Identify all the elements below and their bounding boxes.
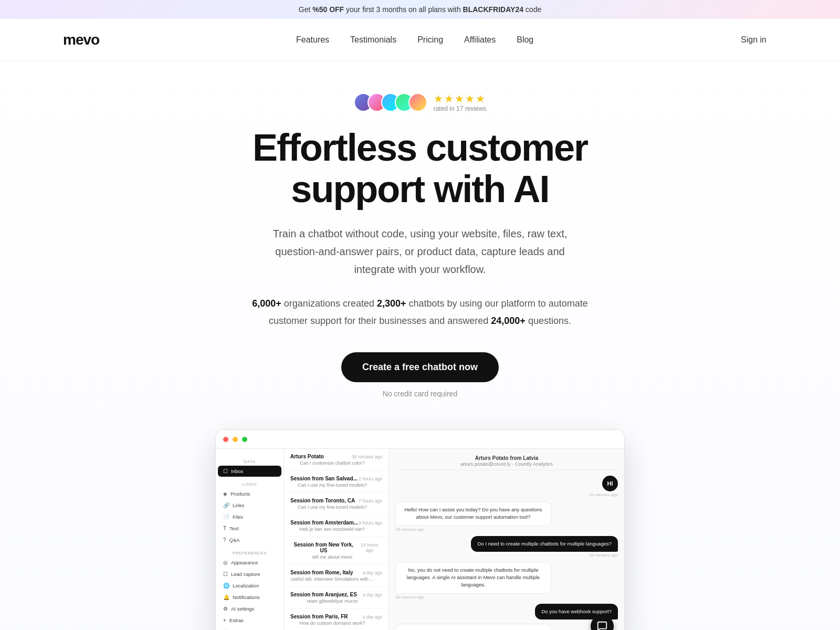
hero-stats: 6,000+ organizations created 2,300+ chat… xyxy=(252,295,588,329)
inbox-time: a day ago xyxy=(363,570,382,575)
inbox-preview: Can I use my fine-tuned models? xyxy=(290,482,374,488)
sidebar-item-inbox[interactable]: ☐ Inbox xyxy=(218,466,281,477)
chat-bubble-user: Do I need to create multiple chatbots fo… xyxy=(471,536,618,552)
inbox-item-header: Arturs Potato 38 minutes ago xyxy=(290,454,382,459)
inbox-item-header: Session from Aranjuez, ES a day ago xyxy=(290,592,382,597)
inbox-time: a day ago xyxy=(363,592,382,597)
inbox-item-header: Session from Toronto, CA 7 hours ago xyxy=(290,498,382,503)
nav-features[interactable]: Features xyxy=(296,35,329,45)
sidebar-item-extras[interactable]: + Extras xyxy=(218,615,281,626)
logo[interactable]: mevo xyxy=(63,32,99,48)
sidebar-section-data: DATA xyxy=(216,457,284,465)
inbox-item[interactable]: Session from Rome, Italy a day ago usefu… xyxy=(284,565,388,587)
chat-time: 38 minutes ago xyxy=(395,595,424,600)
sidebar-item-text[interactable]: T Text xyxy=(218,523,281,534)
sidebar-item-notifications[interactable]: 🔔 Notifications xyxy=(218,592,281,603)
sidebar-products-label: Products xyxy=(230,491,250,497)
inbox-preview: How do custom domains work? xyxy=(290,621,374,626)
hero-section: ★★★★★ rated in 17 reviews Effortless cus… xyxy=(0,61,840,630)
inbox-item[interactable]: Session from Paris, FR a day ago How do … xyxy=(284,609,388,630)
chat-time: 39 minutes ago xyxy=(589,492,618,497)
cta-button[interactable]: Create a free chatbot now xyxy=(341,352,499,382)
inbox-item[interactable]: Session from San Salvad... 2 hours ago C… xyxy=(284,471,388,493)
header: mevo Features Testimonials Pricing Affil… xyxy=(0,19,840,61)
sidebar-extras-label: Extras xyxy=(229,617,244,623)
inbox-sender-name: Session from Rome, Italy xyxy=(290,570,353,575)
sidebar-ai-settings-label: AI settings xyxy=(231,606,254,612)
inbox-time: 2 hours ago xyxy=(359,476,382,481)
chat-time: 38 minutes ago xyxy=(589,553,618,558)
inbox-sender-name: Session from Toronto, CA xyxy=(290,498,355,503)
sidebar-item-appearance[interactable]: ◎ Appearance xyxy=(218,557,281,568)
chat-bot-msg-3: Yes, Mevo does support webhooks. You can… xyxy=(395,624,618,630)
star-rating: ★★★★★ rated in 17 reviews xyxy=(434,92,487,112)
sidebar-files-label: Files xyxy=(233,514,243,520)
inbox-item[interactable]: Session from Amsterdam... 9 hours ago He… xyxy=(284,515,388,537)
chat-bubble-bot: Hello! How can I assist you today? Do yo… xyxy=(395,501,551,526)
sidebar-localization-label: Localization xyxy=(233,583,259,589)
sidebar-item-files[interactable]: 📄 Files xyxy=(218,511,281,522)
rating-count: rated in 17 reviews xyxy=(434,105,487,112)
qa-icon: ? xyxy=(223,537,226,543)
chat-area: Arturs Potato from Latvia arturs.potato@… xyxy=(389,449,624,630)
nav-pricing[interactable]: Pricing xyxy=(417,35,443,45)
extras-icon: + xyxy=(223,617,226,623)
announcement-prefix: Get xyxy=(299,5,312,14)
hero-heading: Effortless customer support with AI xyxy=(253,127,587,210)
ai-settings-icon: ⚙ xyxy=(223,606,228,612)
inbox-item-header: Session from Rome, Italy a day ago xyxy=(290,570,382,575)
inbox-item-header: Session from Amsterdam... 9 hours ago xyxy=(290,520,382,526)
chat-bubble-bot: Yes, Mevo does support webhooks. You can… xyxy=(395,624,551,630)
no-cc-text: No credit card required xyxy=(383,390,457,398)
sidebar-item-products[interactable]: ◈ Products xyxy=(218,488,281,499)
inbox-sender-name: Arturs Potato xyxy=(290,454,324,459)
chat-user-msg-2: Do you have webhook support? xyxy=(395,604,618,620)
inbox-item[interactable]: Session from Toronto, CA 7 hours ago Can… xyxy=(284,493,388,515)
window-minimize-dot xyxy=(233,437,238,442)
hero-heading-line2: support with AI xyxy=(291,168,549,210)
social-proof-row: ★★★★★ rated in 17 reviews xyxy=(354,92,487,112)
sidebar-item-links[interactable]: 🔗 Links xyxy=(218,500,281,511)
hero-subtext: Train a chatbot without code, using your… xyxy=(257,225,583,278)
sidebar-item-seo[interactable]: 📊 SEO xyxy=(218,626,281,630)
chat-bubble-bot: No, you do not need to create multiple c… xyxy=(395,562,551,594)
chat-contact-email: arturs.potato@count.ly · Countly Analyti… xyxy=(460,461,553,467)
sidebar-item-lead-capture[interactable]: ☐ Lead capture xyxy=(218,569,281,580)
stat-orgs: 6,000+ xyxy=(252,298,281,309)
dashboard-body: DATA ☐ Inbox LOGIC ◈ Products 🔗 Links 📄 … xyxy=(216,449,624,630)
inbox-item-header: Session from San Salvad... 2 hours ago xyxy=(290,476,382,481)
hero-heading-line1: Effortless customer xyxy=(253,127,587,169)
sidebar-item-ai-settings[interactable]: ⚙ AI settings xyxy=(218,603,281,614)
inbox-sender-name: Session from New York, US xyxy=(290,542,357,553)
nav-testimonials[interactable]: Testimonials xyxy=(350,35,396,45)
inbox-item[interactable]: Arturs Potato 38 minutes ago Can I custo… xyxy=(284,449,388,471)
chat-messages: HI 39 minutes ago Hello! How can I assis… xyxy=(395,476,618,630)
sidebar-lead-capture-label: Lead capture xyxy=(231,571,260,577)
inbox-icon: ☐ xyxy=(223,468,228,474)
nav-blog[interactable]: Blog xyxy=(517,35,533,45)
sidebar-section-logic: LOGIC xyxy=(216,480,284,488)
announcement-suffix: code xyxy=(523,5,541,14)
inbox-item[interactable]: Session from New York, US 19 hours ago t… xyxy=(284,537,388,565)
signin-button[interactable]: Sign in xyxy=(730,31,777,49)
sidebar-notifications-label: Notifications xyxy=(233,594,260,600)
inbox-preview: useful tab: Interview Simulations with .… xyxy=(290,576,374,582)
stars-display: ★★★★★ xyxy=(434,92,486,105)
inbox-item-header: Session from Paris, FR a day ago xyxy=(290,614,382,620)
sidebar-section-preferences: PREFERENCES xyxy=(216,549,284,556)
chat-header: Arturs Potato from Latvia arturs.potato@… xyxy=(395,455,618,470)
inbox-item-header: Session from New York, US 19 hours ago xyxy=(290,542,382,553)
sidebar-item-qa[interactable]: ? Q&A xyxy=(218,534,281,545)
nav-affiliates[interactable]: Affiliates xyxy=(464,35,496,45)
links-icon: 🔗 xyxy=(223,502,229,508)
sidebar-qa-label: Q&A xyxy=(229,537,240,543)
inbox-time: 7 hours ago xyxy=(359,498,382,503)
appearance-icon: ◎ xyxy=(223,560,228,565)
inbox-time: 19 hours ago xyxy=(357,542,382,553)
sidebar-text-label: Text xyxy=(229,526,238,531)
sidebar-item-localization[interactable]: 🌐 Localization xyxy=(218,580,281,591)
inbox-preview: ream gliterebilyar murun xyxy=(290,598,374,604)
stat-chatbots: 2,300+ xyxy=(377,298,406,309)
inbox-item[interactable]: Session from Aranjuez, ES a day ago ream… xyxy=(284,587,388,609)
inbox-sender-name: Session from Amsterdam... xyxy=(290,520,358,526)
